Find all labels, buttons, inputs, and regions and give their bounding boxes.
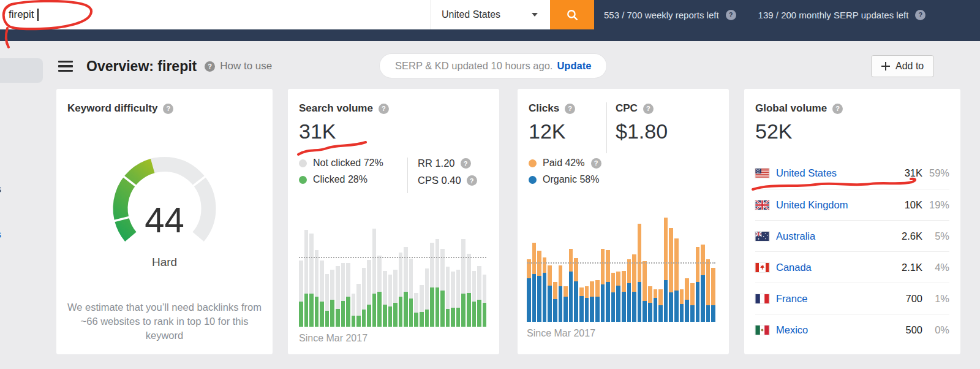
flag-ca-icon <box>755 263 769 272</box>
search-button[interactable] <box>550 0 594 29</box>
bar <box>532 243 537 322</box>
legend-label: Organic 58% <box>543 174 600 185</box>
bar <box>680 289 684 322</box>
legend-label: Clicked 28% <box>313 174 368 185</box>
bar <box>372 229 377 327</box>
country-row: Australia 2.6K 5% <box>755 220 949 251</box>
help-icon[interactable] <box>467 175 477 186</box>
keyword-search-input[interactable] <box>9 0 413 29</box>
bar <box>446 267 450 327</box>
clicks-per-search: CPS 0.40 <box>418 175 477 186</box>
bar <box>346 263 350 327</box>
sidebar-item-fragment[interactable]: s <box>0 229 1 240</box>
bar <box>701 245 705 322</box>
country-row: Canada 2.1K 4% <box>755 251 949 283</box>
search-volume-legend: Not clicked 72% Clicked 28% <box>299 158 383 185</box>
bar <box>356 284 361 327</box>
bar <box>393 270 398 327</box>
bar <box>383 271 387 327</box>
bar <box>638 224 642 322</box>
global-volume-card: Global volume 52K United States 31K 59% <box>744 89 960 354</box>
bar <box>711 268 715 322</box>
nav-ribbon <box>0 29 980 41</box>
help-icon[interactable] <box>461 158 471 169</box>
bar <box>362 268 366 327</box>
country-selector[interactable]: United States <box>431 0 550 29</box>
difficulty-description: We estimate that you’ll need backlinks f… <box>56 300 273 342</box>
help-icon[interactable] <box>915 10 925 20</box>
clicks-card: Clicks 12K CPC $1.80 Paid 42% Organic 58… <box>518 89 729 354</box>
divider <box>407 158 408 193</box>
country-volume: 500 <box>891 324 922 336</box>
clicks-legend: Paid 42% Organic 58% <box>529 158 601 185</box>
country-share: 5% <box>922 230 949 242</box>
bar <box>456 270 461 327</box>
bar <box>632 254 636 322</box>
how-to-use-link[interactable]: How to use <box>205 60 272 72</box>
flag-mx-icon <box>755 325 769 335</box>
flag-fr-icon <box>755 294 769 303</box>
legend-label: Paid 42% <box>543 158 585 169</box>
help-icon[interactable] <box>643 104 654 114</box>
help-icon[interactable] <box>726 10 736 20</box>
sidebar-stub <box>0 58 43 83</box>
help-icon[interactable] <box>832 104 843 114</box>
legend-item: Clicked 28% <box>299 174 383 185</box>
country-share: 1% <box>922 293 949 305</box>
help-icon[interactable] <box>565 104 575 114</box>
serp-update-pill: SERP & KD updated 10 hours ago. Update <box>380 54 606 78</box>
bar <box>685 278 689 322</box>
bar <box>654 289 658 322</box>
country-link[interactable]: United Kingdom <box>776 199 891 211</box>
bar <box>472 271 477 327</box>
cps-label: CPS 0.40 <box>418 175 461 186</box>
bar <box>548 265 552 322</box>
bar <box>435 239 440 327</box>
bar <box>420 285 424 327</box>
country-link[interactable]: Australia <box>776 230 891 242</box>
bar <box>330 270 334 327</box>
country-volume: 2.6K <box>891 230 922 242</box>
country-link[interactable]: Mexico <box>776 324 891 336</box>
country-share: 4% <box>922 262 949 273</box>
country-share: 0% <box>922 324 949 336</box>
help-icon[interactable] <box>591 158 601 169</box>
add-to-label: Add to <box>895 61 924 72</box>
paid-dot-icon <box>529 159 537 167</box>
help-icon[interactable] <box>379 104 389 114</box>
country-link[interactable]: United States <box>776 167 891 179</box>
keyword-difficulty-card: Keyword difficulty 44 Hard We estimate t… <box>56 89 273 354</box>
bar <box>664 218 668 322</box>
bar <box>404 247 408 327</box>
sidebar-item-fragment[interactable]: s <box>0 184 1 195</box>
menu-icon[interactable] <box>58 61 73 72</box>
bar <box>440 249 445 327</box>
add-to-button[interactable]: Add to <box>871 55 934 77</box>
weekly-reports-left: 553 / 700 weekly reports left <box>604 10 719 20</box>
bar <box>425 268 429 327</box>
card-title: Clicks <box>529 102 559 115</box>
search-volume-chart <box>299 227 486 327</box>
search-volume-card: Search volume 31K Not clicked 72% Clicke… <box>288 89 499 354</box>
bar <box>377 256 382 327</box>
country-list: United States 31K 59% United Kingdom 10K… <box>755 158 949 345</box>
average-dotted-line <box>527 262 715 264</box>
usage-limits: 553 / 700 weekly reports left 139 / 200 … <box>594 0 925 29</box>
country-link[interactable]: France <box>776 293 891 305</box>
plus-icon <box>881 62 890 70</box>
difficulty-value: 44 <box>56 202 273 238</box>
serp-update-status: SERP & KD updated 10 hours ago. <box>395 60 552 72</box>
bar <box>648 286 652 322</box>
help-icon[interactable] <box>163 104 173 114</box>
update-link[interactable]: Update <box>557 60 591 72</box>
bar <box>336 266 340 327</box>
country-link[interactable]: Canada <box>776 262 891 273</box>
serp-updates-left: 139 / 200 monthly SERP updates left <box>758 10 909 20</box>
search-volume-value: 31K <box>299 120 336 143</box>
bar <box>399 253 403 327</box>
bar <box>574 258 578 322</box>
country-volume: 700 <box>891 293 922 305</box>
bar <box>467 254 471 327</box>
bar <box>696 247 700 322</box>
page-header: Overview: firepit How to use <box>58 54 272 78</box>
